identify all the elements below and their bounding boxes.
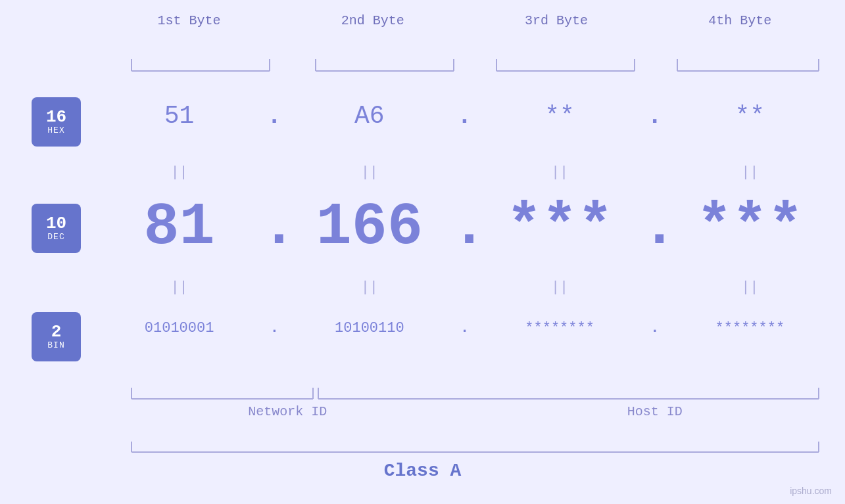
dec-byte-2: 166 <box>287 194 451 261</box>
main-container: 16 HEX 10 DEC 2 BIN 1st Byte 2nd Byte 3r… <box>0 0 845 504</box>
bin-badge-number: 2 <box>51 323 62 340</box>
equals-row-1: || || || || <box>97 164 832 181</box>
dec-badge-label: DEC <box>47 232 64 242</box>
hex-dot-3: . <box>642 102 668 130</box>
eq2-cell-3: || <box>478 279 642 296</box>
col-header-1: 1st Byte <box>97 13 281 28</box>
hex-badge-number: 16 <box>46 108 66 126</box>
bin-badge-label: BIN <box>47 340 64 350</box>
dec-byte-3: *** <box>478 194 642 261</box>
dec-dot-2: . <box>452 194 478 261</box>
hex-byte-4: ** <box>668 102 832 130</box>
dec-badge-number: 10 <box>46 215 66 232</box>
watermark: ipshu.com <box>790 486 832 496</box>
hex-row: 51 . A6 . ** . ** <box>97 102 832 130</box>
hex-byte-1: 51 <box>97 102 261 130</box>
dec-badge: 10 DEC <box>32 204 81 253</box>
bin-byte-1: 01010001 <box>97 320 261 336</box>
id-labels: Network ID Host ID <box>97 404 832 419</box>
network-id-label: Network ID <box>97 404 478 419</box>
host-id-label: Host ID <box>478 404 833 419</box>
eq1-cell-2: || <box>287 164 451 181</box>
dec-dot-3: . <box>642 194 668 261</box>
eq1-cell-1: || <box>97 164 261 181</box>
hex-badge: 16 HEX <box>32 97 81 147</box>
eq1-cell-4: || <box>668 164 832 181</box>
bin-byte-2: 10100110 <box>287 320 451 336</box>
bin-byte-3: ******** <box>478 320 642 336</box>
column-headers: 1st Byte 2nd Byte 3rd Byte 4th Byte <box>97 13 832 28</box>
dec-dot-1: . <box>261 194 287 261</box>
eq2-cell-4: || <box>668 279 832 296</box>
bin-dot-1: . <box>261 320 287 336</box>
dec-row: 81 . 166 . *** . *** <box>97 194 832 261</box>
hex-byte-3: ** <box>478 102 642 130</box>
col-header-3: 3rd Byte <box>465 13 648 28</box>
dec-byte-4: *** <box>668 194 832 261</box>
hex-byte-2: A6 <box>287 102 451 130</box>
eq2-cell-2: || <box>287 279 451 296</box>
eq2-cell-1: || <box>97 279 261 296</box>
bin-badge: 2 BIN <box>32 312 81 361</box>
bin-byte-4: ******** <box>668 320 832 336</box>
bin-dot-3: . <box>642 320 668 336</box>
col-header-2: 2nd Byte <box>281 13 464 28</box>
class-label: Class A <box>0 461 845 481</box>
dec-byte-1: 81 <box>97 194 261 261</box>
hex-dot-2: . <box>452 102 478 130</box>
eq1-cell-3: || <box>478 164 642 181</box>
hex-dot-1: . <box>261 102 287 130</box>
equals-row-2: || || || || <box>97 279 832 296</box>
bin-dot-2: . <box>452 320 478 336</box>
bin-row: 01010001 . 10100110 . ******** . *******… <box>97 320 832 336</box>
hex-badge-label: HEX <box>47 126 64 135</box>
col-header-4: 4th Byte <box>648 13 832 28</box>
